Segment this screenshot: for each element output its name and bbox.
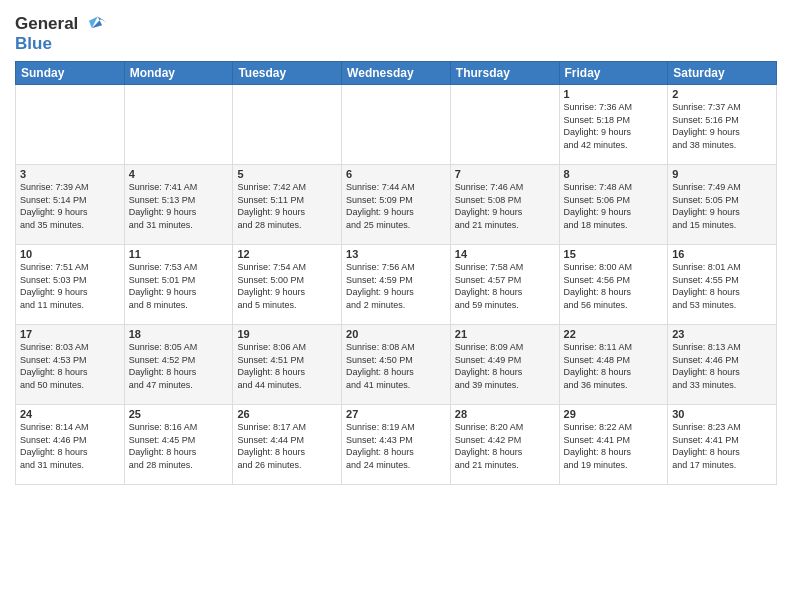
day-info: Sunrise: 8:05 AM Sunset: 4:52 PM Dayligh… (129, 341, 229, 391)
logo-bird-icon (86, 12, 108, 34)
day-info: Sunrise: 8:14 AM Sunset: 4:46 PM Dayligh… (20, 421, 120, 471)
day-info: Sunrise: 8:06 AM Sunset: 4:51 PM Dayligh… (237, 341, 337, 391)
day-number: 24 (20, 408, 120, 420)
day-number: 25 (129, 408, 229, 420)
day-of-week-header: Wednesday (342, 62, 451, 85)
calendar-week-row: 10Sunrise: 7:51 AM Sunset: 5:03 PM Dayli… (16, 245, 777, 325)
day-info: Sunrise: 7:51 AM Sunset: 5:03 PM Dayligh… (20, 261, 120, 311)
day-info: Sunrise: 8:08 AM Sunset: 4:50 PM Dayligh… (346, 341, 446, 391)
calendar-cell: 15Sunrise: 8:00 AM Sunset: 4:56 PM Dayli… (559, 245, 668, 325)
calendar-cell: 29Sunrise: 8:22 AM Sunset: 4:41 PM Dayli… (559, 405, 668, 485)
day-number: 12 (237, 248, 337, 260)
calendar-cell: 19Sunrise: 8:06 AM Sunset: 4:51 PM Dayli… (233, 325, 342, 405)
day-number: 4 (129, 168, 229, 180)
day-info: Sunrise: 7:42 AM Sunset: 5:11 PM Dayligh… (237, 181, 337, 231)
day-info: Sunrise: 7:41 AM Sunset: 5:13 PM Dayligh… (129, 181, 229, 231)
day-number: 26 (237, 408, 337, 420)
day-number: 20 (346, 328, 446, 340)
day-info: Sunrise: 7:37 AM Sunset: 5:16 PM Dayligh… (672, 101, 772, 151)
day-number: 16 (672, 248, 772, 260)
day-number: 8 (564, 168, 664, 180)
day-info: Sunrise: 8:13 AM Sunset: 4:46 PM Dayligh… (672, 341, 772, 391)
day-info: Sunrise: 7:48 AM Sunset: 5:06 PM Dayligh… (564, 181, 664, 231)
day-info: Sunrise: 8:19 AM Sunset: 4:43 PM Dayligh… (346, 421, 446, 471)
day-info: Sunrise: 7:58 AM Sunset: 4:57 PM Dayligh… (455, 261, 555, 311)
day-of-week-header: Saturday (668, 62, 777, 85)
calendar-cell: 25Sunrise: 8:16 AM Sunset: 4:45 PM Dayli… (124, 405, 233, 485)
day-info: Sunrise: 7:49 AM Sunset: 5:05 PM Dayligh… (672, 181, 772, 231)
calendar-cell: 13Sunrise: 7:56 AM Sunset: 4:59 PM Dayli… (342, 245, 451, 325)
day-info: Sunrise: 7:39 AM Sunset: 5:14 PM Dayligh… (20, 181, 120, 231)
logo: General Blue (15, 14, 108, 53)
day-number: 9 (672, 168, 772, 180)
calendar-body: 1Sunrise: 7:36 AM Sunset: 5:18 PM Daylig… (16, 85, 777, 485)
day-number: 5 (237, 168, 337, 180)
calendar-cell: 8Sunrise: 7:48 AM Sunset: 5:06 PM Daylig… (559, 165, 668, 245)
calendar-cell: 1Sunrise: 7:36 AM Sunset: 5:18 PM Daylig… (559, 85, 668, 165)
calendar-cell: 14Sunrise: 7:58 AM Sunset: 4:57 PM Dayli… (450, 245, 559, 325)
calendar-cell: 6Sunrise: 7:44 AM Sunset: 5:09 PM Daylig… (342, 165, 451, 245)
calendar-cell: 3Sunrise: 7:39 AM Sunset: 5:14 PM Daylig… (16, 165, 125, 245)
day-number: 28 (455, 408, 555, 420)
day-number: 6 (346, 168, 446, 180)
day-number: 30 (672, 408, 772, 420)
calendar-week-row: 1Sunrise: 7:36 AM Sunset: 5:18 PM Daylig… (16, 85, 777, 165)
day-number: 14 (455, 248, 555, 260)
day-number: 2 (672, 88, 772, 100)
day-of-week-header: Sunday (16, 62, 125, 85)
logo-line2: Blue (15, 34, 108, 54)
day-info: Sunrise: 7:53 AM Sunset: 5:01 PM Dayligh… (129, 261, 229, 311)
calendar-cell: 28Sunrise: 8:20 AM Sunset: 4:42 PM Dayli… (450, 405, 559, 485)
day-info: Sunrise: 8:20 AM Sunset: 4:42 PM Dayligh… (455, 421, 555, 471)
day-of-week-header: Thursday (450, 62, 559, 85)
day-number: 18 (129, 328, 229, 340)
calendar-cell: 7Sunrise: 7:46 AM Sunset: 5:08 PM Daylig… (450, 165, 559, 245)
day-info: Sunrise: 8:09 AM Sunset: 4:49 PM Dayligh… (455, 341, 555, 391)
calendar-cell (233, 85, 342, 165)
day-info: Sunrise: 8:11 AM Sunset: 4:48 PM Dayligh… (564, 341, 664, 391)
calendar-cell: 5Sunrise: 7:42 AM Sunset: 5:11 PM Daylig… (233, 165, 342, 245)
calendar-cell (450, 85, 559, 165)
header: General Blue (15, 10, 777, 53)
logo-line1: General (15, 14, 108, 34)
calendar-cell: 26Sunrise: 8:17 AM Sunset: 4:44 PM Dayli… (233, 405, 342, 485)
calendar-cell: 16Sunrise: 8:01 AM Sunset: 4:55 PM Dayli… (668, 245, 777, 325)
calendar-cell: 23Sunrise: 8:13 AM Sunset: 4:46 PM Dayli… (668, 325, 777, 405)
day-number: 22 (564, 328, 664, 340)
day-number: 10 (20, 248, 120, 260)
calendar-cell (124, 85, 233, 165)
day-number: 15 (564, 248, 664, 260)
calendar-cell (342, 85, 451, 165)
calendar-table: SundayMondayTuesdayWednesdayThursdayFrid… (15, 61, 777, 485)
calendar-cell (16, 85, 125, 165)
calendar-cell: 20Sunrise: 8:08 AM Sunset: 4:50 PM Dayli… (342, 325, 451, 405)
calendar-cell: 30Sunrise: 8:23 AM Sunset: 4:41 PM Dayli… (668, 405, 777, 485)
day-number: 21 (455, 328, 555, 340)
days-of-week-row: SundayMondayTuesdayWednesdayThursdayFrid… (16, 62, 777, 85)
day-number: 29 (564, 408, 664, 420)
day-of-week-header: Friday (559, 62, 668, 85)
day-info: Sunrise: 7:46 AM Sunset: 5:08 PM Dayligh… (455, 181, 555, 231)
day-info: Sunrise: 8:16 AM Sunset: 4:45 PM Dayligh… (129, 421, 229, 471)
day-info: Sunrise: 8:23 AM Sunset: 4:41 PM Dayligh… (672, 421, 772, 471)
day-number: 27 (346, 408, 446, 420)
calendar-week-row: 17Sunrise: 8:03 AM Sunset: 4:53 PM Dayli… (16, 325, 777, 405)
calendar-cell: 18Sunrise: 8:05 AM Sunset: 4:52 PM Dayli… (124, 325, 233, 405)
calendar-cell: 17Sunrise: 8:03 AM Sunset: 4:53 PM Dayli… (16, 325, 125, 405)
day-number: 11 (129, 248, 229, 260)
calendar-cell: 4Sunrise: 7:41 AM Sunset: 5:13 PM Daylig… (124, 165, 233, 245)
day-number: 1 (564, 88, 664, 100)
day-info: Sunrise: 8:01 AM Sunset: 4:55 PM Dayligh… (672, 261, 772, 311)
day-info: Sunrise: 7:54 AM Sunset: 5:00 PM Dayligh… (237, 261, 337, 311)
calendar-cell: 11Sunrise: 7:53 AM Sunset: 5:01 PM Dayli… (124, 245, 233, 325)
day-info: Sunrise: 8:17 AM Sunset: 4:44 PM Dayligh… (237, 421, 337, 471)
calendar-cell: 21Sunrise: 8:09 AM Sunset: 4:49 PM Dayli… (450, 325, 559, 405)
calendar-cell: 24Sunrise: 8:14 AM Sunset: 4:46 PM Dayli… (16, 405, 125, 485)
day-info: Sunrise: 7:56 AM Sunset: 4:59 PM Dayligh… (346, 261, 446, 311)
day-number: 19 (237, 328, 337, 340)
day-number: 7 (455, 168, 555, 180)
calendar-week-row: 3Sunrise: 7:39 AM Sunset: 5:14 PM Daylig… (16, 165, 777, 245)
day-number: 23 (672, 328, 772, 340)
day-of-week-header: Tuesday (233, 62, 342, 85)
calendar-cell: 27Sunrise: 8:19 AM Sunset: 4:43 PM Dayli… (342, 405, 451, 485)
